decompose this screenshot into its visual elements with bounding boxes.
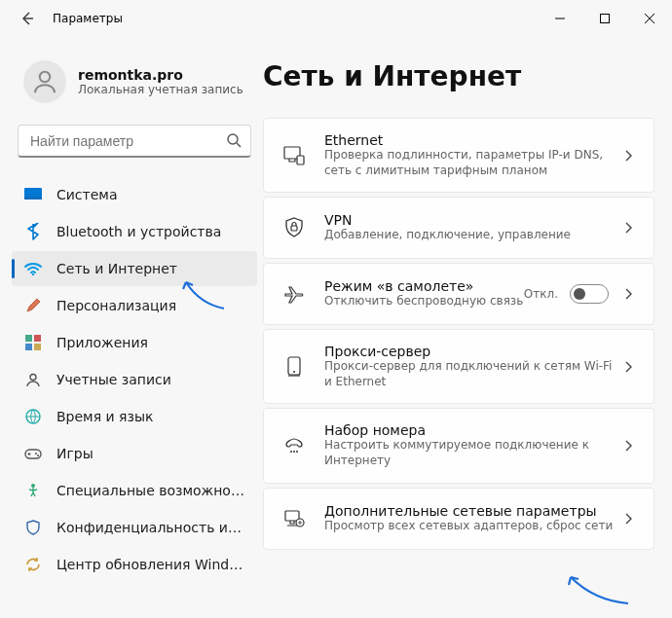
maximize-button[interactable]	[582, 0, 627, 37]
wifi-icon	[23, 259, 43, 278]
card-dialup[interactable]: Набор номера Настроить коммутируемое под…	[263, 408, 654, 483]
svg-point-23	[296, 451, 298, 453]
svg-rect-9	[34, 344, 41, 350]
account-type: Локальная учетная запись	[78, 83, 243, 96]
close-icon	[645, 14, 654, 23]
sidebar-item-label: Игры	[56, 446, 93, 461]
airplane-icon	[281, 281, 307, 307]
card-title: Прокси-сервер	[324, 344, 620, 359]
back-button[interactable]	[10, 1, 45, 36]
account-name: remontka.pro	[78, 67, 243, 83]
card-title: Набор номера	[324, 422, 620, 438]
sidebar: remontka.pro Локальная учетная запись Си…	[0, 37, 263, 618]
card-subtitle: Просмотр всех сетевых адаптеров, сброс с…	[324, 519, 620, 534]
sidebar-item-gaming[interactable]: Игры	[12, 436, 257, 471]
sidebar-item-update[interactable]: Центр обновления Windows	[12, 547, 257, 582]
svg-rect-6	[25, 335, 32, 342]
sidebar-item-label: Приложения	[56, 335, 148, 350]
svg-point-14	[37, 454, 39, 456]
apps-icon	[23, 333, 43, 352]
svg-rect-4	[24, 197, 42, 200]
chevron-right-icon	[620, 438, 636, 454]
shield-icon	[23, 518, 43, 537]
settings-list: Ethernet Проверка подлинности, параметры…	[263, 118, 654, 550]
card-airplane[interactable]: Режим «в самолете» Отключить беспроводну…	[263, 263, 654, 325]
svg-point-21	[290, 451, 292, 453]
gaming-icon	[23, 444, 43, 463]
sidebar-item-apps[interactable]: Приложения	[12, 325, 257, 360]
search-input[interactable]	[18, 125, 251, 158]
vpn-icon	[281, 215, 307, 240]
card-subtitle: Проверка подлинности, параметры IP-и DNS…	[324, 148, 620, 178]
card-proxy[interactable]: Прокси-сервер Прокси-сервер для подключе…	[263, 329, 654, 404]
accounts-icon	[23, 370, 43, 389]
back-arrow-icon	[19, 11, 35, 26]
sidebar-item-label: Конфиденциальность и безопасность	[56, 520, 245, 535]
bluetooth-icon	[23, 222, 43, 241]
card-title: VPN	[324, 212, 620, 228]
chevron-right-icon	[620, 359, 636, 375]
svg-point-22	[293, 451, 295, 453]
sidebar-item-label: Персонализация	[56, 298, 176, 313]
avatar	[23, 60, 66, 103]
svg-rect-18	[291, 226, 297, 231]
card-vpn[interactable]: VPN Добавление, подключение, управление	[263, 197, 654, 259]
sidebar-item-personalization[interactable]: Персонализация	[12, 288, 257, 323]
svg-rect-7	[34, 335, 41, 342]
card-subtitle: Отключить беспроводную связь	[324, 294, 524, 309]
system-icon	[23, 185, 43, 204]
sidebar-item-label: Bluetooth и устройства	[56, 224, 221, 239]
sidebar-item-label: Учетные записи	[56, 372, 171, 387]
titlebar: Параметры	[0, 0, 672, 37]
card-subtitle: Настроить коммутируемое подключение к Ин…	[324, 438, 620, 468]
sidebar-nav: Система Bluetooth и устройства Сеть и Ин…	[12, 177, 257, 582]
update-icon	[23, 555, 43, 574]
chevron-right-icon	[620, 286, 636, 302]
sidebar-item-time[interactable]: Время и язык	[12, 399, 257, 434]
main-panel: Сеть и Интернет Ethernet Проверка подлин…	[263, 37, 672, 618]
sidebar-item-label: Время и язык	[56, 409, 153, 424]
minimize-button[interactable]	[538, 0, 582, 37]
sidebar-item-label: Система	[56, 187, 117, 202]
card-title: Ethernet	[324, 132, 620, 148]
card-title: Дополнительные сетевые параметры	[324, 503, 620, 519]
sidebar-item-network[interactable]: Сеть и Интернет	[12, 251, 257, 286]
sidebar-item-bluetooth[interactable]: Bluetooth и устройства	[12, 214, 257, 249]
svg-point-5	[32, 273, 34, 275]
svg-point-10	[30, 375, 36, 381]
window-controls	[538, 0, 672, 37]
globe-icon	[23, 407, 43, 426]
svg-point-2	[228, 134, 238, 144]
window-title: Параметры	[53, 12, 123, 25]
sidebar-item-accessibility[interactable]: Специальные возможности	[12, 473, 257, 508]
close-button[interactable]	[627, 0, 672, 37]
phone-icon	[281, 433, 307, 458]
sidebar-item-accounts[interactable]: Учетные записи	[12, 362, 257, 397]
sidebar-item-privacy[interactable]: Конфиденциальность и безопасность	[12, 510, 257, 545]
svg-point-15	[31, 484, 35, 488]
card-ethernet[interactable]: Ethernet Проверка подлинности, параметры…	[263, 118, 654, 193]
toggle-state-label: Откл.	[524, 287, 558, 301]
chevron-right-icon	[620, 148, 636, 164]
page-title: Сеть и Интернет	[263, 60, 654, 92]
search-icon	[226, 132, 242, 152]
sidebar-item-label: Специальные возможности	[56, 483, 245, 498]
sidebar-item-system[interactable]: Система	[12, 177, 257, 212]
card-title: Режим «в самолете»	[324, 278, 524, 294]
svg-rect-17	[297, 156, 304, 164]
chevron-right-icon	[620, 220, 636, 236]
minimize-icon	[555, 14, 565, 23]
sidebar-item-label: Центр обновления Windows	[56, 557, 245, 572]
search-wrap	[18, 125, 251, 158]
airplane-toggle[interactable]	[570, 284, 609, 304]
account-block[interactable]: remontka.pro Локальная учетная запись	[12, 56, 257, 125]
card-subtitle: Добавление, подключение, управление	[324, 228, 620, 243]
account-info: remontka.pro Локальная учетная запись	[78, 67, 243, 96]
advanced-network-icon	[281, 506, 307, 531]
svg-rect-24	[285, 511, 299, 521]
card-advanced-network[interactable]: Дополнительные сетевые параметры Просмот…	[263, 488, 654, 550]
chevron-right-icon	[620, 511, 636, 527]
sidebar-item-label: Сеть и Интернет	[56, 261, 177, 276]
svg-point-13	[35, 453, 37, 454]
maximize-icon	[600, 14, 610, 23]
